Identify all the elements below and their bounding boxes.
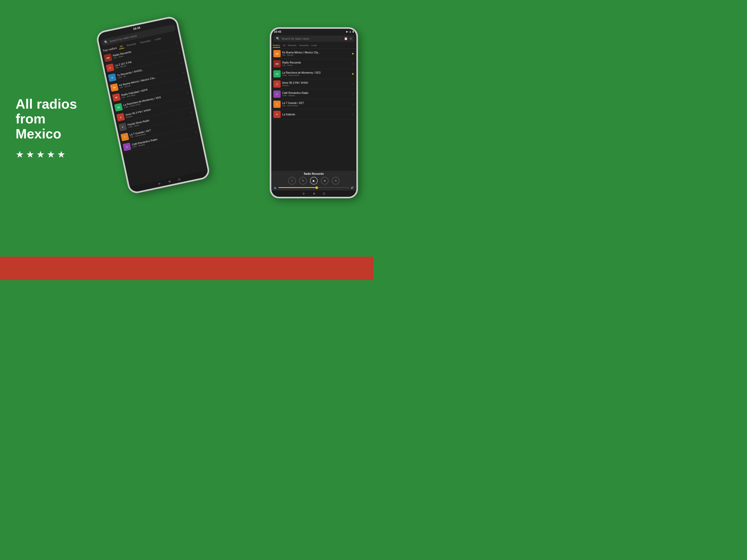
tab-local-2[interactable]: Local	[311, 44, 317, 48]
left-panel: All radios from Mexico ★ ★ ★ ★ ★	[16, 97, 93, 160]
radio-info: La Ranchera de Monterrey / XEG 128k · Ac…	[282, 71, 350, 77]
tab-local-1[interactable]: Local	[153, 36, 162, 42]
radio-logo: K	[274, 111, 281, 118]
star-3: ★	[36, 149, 45, 160]
back-nav-2[interactable]	[303, 192, 305, 195]
player-controls: ⤴ ✎ ▶ ★ ✕	[274, 177, 354, 185]
radio-meta: 128k · Active Rock	[282, 74, 350, 77]
radio-info: Ke Buena México / Mexico City... 64k · B…	[282, 51, 350, 56]
alarm-icon[interactable]: ⏰	[344, 37, 348, 41]
favorite-btn[interactable]: ☆	[188, 100, 192, 105]
status-time-2: 10:43	[274, 30, 281, 33]
search-icon-2: 🔍	[276, 37, 280, 41]
bottom-bar	[0, 257, 374, 280]
list-item[interactable]: A Amor 95.3 FM / XHSH Balada ☆	[272, 79, 355, 89]
tabs-row-2: Radios All Recents Favorites Local	[271, 43, 356, 49]
radio-meta: 128k · Balada	[282, 95, 350, 97]
radio-logo: ADI	[274, 60, 281, 68]
tab-favorites-2[interactable]: Favorites	[299, 44, 309, 48]
list-item[interactable]: KB Ke Buena México / Mexico City... 64k …	[272, 49, 355, 59]
favorite-btn[interactable]: ☆	[190, 110, 194, 114]
volume-low-icon: 🔈	[274, 186, 277, 189]
edit-button[interactable]: ✎	[299, 177, 307, 185]
radio-name: La T Grande / XET	[282, 102, 350, 105]
search-placeholder-2: Search by radio name	[281, 37, 309, 40]
tab-radios-2[interactable]: Radios	[273, 44, 280, 48]
radio-logo: ADI	[104, 54, 112, 62]
status-icons: ▶ ▲ ▮	[346, 30, 354, 33]
tab-all-1[interactable]: All	[118, 44, 124, 50]
home-nav-2[interactable]	[313, 193, 315, 195]
radio-logo: T	[121, 133, 129, 141]
radio-logo: KB	[110, 83, 119, 92]
volume-row: 🔈 🔊	[274, 186, 354, 189]
favorite-btn[interactable]: ☆	[352, 112, 354, 116]
radio-logo: A	[116, 113, 125, 121]
radio-logo: LR	[114, 103, 123, 111]
favorite-btn[interactable]: ☆	[182, 71, 185, 75]
list-item[interactable]: T La T Grande / XET 24k · Active Rock ☆	[272, 99, 355, 109]
status-bar-2: 10:43 ▶ ▲ ▮	[271, 29, 356, 34]
close-icon: ✕	[335, 179, 337, 183]
favorite-btn[interactable]: ☆	[352, 102, 354, 106]
favorite-btn[interactable]: ★	[352, 72, 354, 76]
favorite-btn[interactable]: ☆	[352, 92, 354, 96]
recents-nav[interactable]	[178, 178, 180, 181]
radio-name: Ke Buena México / Mexico City...	[282, 51, 350, 54]
wifi-icon: ▲	[349, 30, 352, 33]
favorite-btn[interactable]: ☆	[175, 41, 179, 45]
favorite-btn[interactable]: ☆	[186, 90, 189, 95]
radio-logo: C	[274, 90, 281, 98]
favorite-btn[interactable]: ★	[352, 52, 354, 55]
main-background: All radios from Mexico ★ ★ ★ ★ ★ 10:15 🔍…	[0, 0, 374, 257]
play-button[interactable]: ▶	[310, 177, 318, 185]
search-bar-right: ⏰ ≡	[344, 37, 352, 41]
back-nav[interactable]	[158, 182, 161, 185]
radio-info: Amor 95.3 FM / XHSH Balada	[282, 81, 350, 87]
radio-info: Radio Recuerdo 24k · News	[282, 61, 350, 66]
list-item[interactable]: K La Kaliente ☆	[272, 109, 355, 119]
radio-logo: A	[274, 80, 281, 88]
tab-recents-2[interactable]: Recents	[288, 44, 297, 48]
radio-name: Radio Recuerdo	[282, 61, 350, 64]
volume-high-icon: 🔊	[351, 186, 354, 189]
list-item[interactable]: LR La Ranchera de Monterrey / XEG 128k ·…	[272, 69, 355, 79]
battery-icon: ▮	[353, 30, 354, 33]
radio-logo: KB	[274, 50, 281, 57]
favorite-btn[interactable]: ☆	[352, 62, 354, 65]
favorite-btn[interactable]: ☆	[192, 120, 196, 125]
radio-name: La Ranchera de Monterrey / XEG	[282, 71, 350, 74]
nav-bar-2	[271, 191, 356, 197]
share-button[interactable]: ⤴	[288, 177, 296, 185]
list-item[interactable]: C Café Romántico Radio 128k · Balada ☆	[272, 89, 355, 99]
favorite-btn[interactable]: ☆	[194, 130, 198, 134]
radio-logo: RF	[112, 93, 121, 102]
favorite-btn[interactable]: ☆	[352, 82, 354, 86]
tab-all-2[interactable]: All	[283, 44, 285, 48]
radio-meta: 64k · Banda	[282, 54, 350, 56]
radio-meta: 24k · Active Rock	[282, 105, 350, 107]
volume-fill	[279, 187, 317, 188]
list-item[interactable]: ADI Radio Recuerdo 24k · News ☆	[272, 59, 355, 69]
radio-logo: R	[108, 73, 117, 82]
favorite-button[interactable]: ★	[321, 177, 329, 185]
home-nav[interactable]	[168, 180, 171, 183]
edit-icon: ✎	[302, 179, 304, 183]
star-4: ★	[47, 149, 55, 160]
volume-track[interactable]	[279, 187, 349, 188]
favorite-btn[interactable]: ☆	[184, 81, 187, 85]
status-time-1: 10:15	[133, 26, 140, 31]
favorite-btn[interactable]: ☆	[179, 61, 183, 65]
radio-list-2: KB Ke Buena México / Mexico City... 64k …	[271, 49, 356, 171]
radio-logo: Z	[106, 63, 114, 72]
close-button[interactable]: ✕	[332, 177, 339, 185]
radio-info: Café Romántico Radio 128k · Balada	[282, 91, 350, 97]
phone-1-screen: 10:15 🔍 Search by radio name Top radios …	[97, 17, 209, 193]
menu-icon[interactable]: ≡	[350, 37, 352, 41]
search-bar-2[interactable]: 🔍 Search by radio name ⏰ ≡	[274, 35, 354, 42]
favorite-btn[interactable]: ☆	[177, 51, 181, 55]
player-bar: Radio Recuerdo ⤴ ✎ ▶ ★	[271, 171, 356, 191]
radio-logo: LR	[274, 70, 281, 78]
star-2: ★	[26, 149, 34, 160]
recents-nav-2[interactable]	[323, 193, 325, 195]
